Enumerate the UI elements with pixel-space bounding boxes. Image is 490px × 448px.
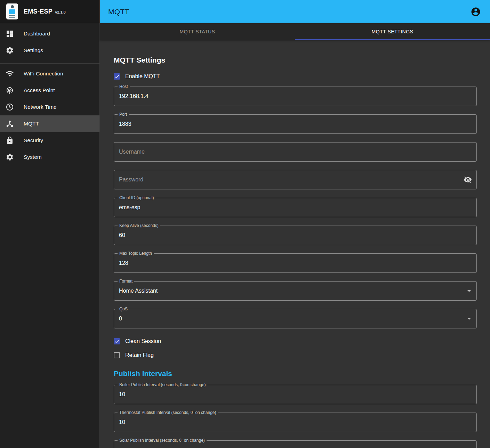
clean-session-checkbox[interactable] <box>114 338 120 344</box>
tab-bar: MQTT STATUS MQTT SETTINGS <box>100 23 490 40</box>
main-column: MQTT MQTT STATUS MQTT SETTINGS MQTT Sett… <box>100 0 490 448</box>
host-input[interactable] <box>114 87 476 106</box>
sidebar-item-label: Access Point <box>24 87 55 93</box>
sidebar-item-security[interactable]: Security <box>0 132 99 149</box>
format-select-label: Format <box>118 279 134 284</box>
retain-flag-label[interactable]: Retain Flag <box>125 352 154 358</box>
format-select[interactable]: Format Home Assistant <box>114 281 477 301</box>
app-root: EMS-ESP v2.1.0 Dashboard Settings <box>0 0 490 448</box>
account-circle-icon[interactable] <box>471 7 481 17</box>
mqtt-settings-panel: MQTT Settings Enable MQTT Host Port <box>100 40 490 448</box>
clock-icon <box>6 103 14 111</box>
logo-lines <box>9 15 15 18</box>
host-field-label: Host <box>118 84 130 89</box>
qos-select-label: QoS <box>118 307 129 311</box>
max-topic-length-field-label: Max Topic Length <box>118 251 154 256</box>
tab-mqtt-status[interactable]: MQTT STATUS <box>100 23 295 40</box>
sidebar-item-label: Security <box>24 137 43 144</box>
boiler-publish-interval-field: Boiler Publish Interval (seconds, 0=on c… <box>114 385 477 404</box>
gear-icon <box>6 46 14 55</box>
gear-icon <box>6 153 14 161</box>
port-field: Port <box>114 114 477 134</box>
client-id-input[interactable] <box>114 198 476 217</box>
solar-publish-interval-field: Solar Publish Interval (seconds, 0=on ch… <box>114 440 477 448</box>
chevron-down-icon <box>467 290 471 292</box>
username-input[interactable] <box>114 142 476 161</box>
max-topic-length-input[interactable] <box>114 254 476 272</box>
keep-alive-input[interactable] <box>114 226 476 245</box>
port-field-label: Port <box>118 112 129 117</box>
clean-session-row: Clean Session <box>114 337 477 346</box>
sidebar-item-label: MQTT <box>24 121 39 127</box>
boiler-publish-interval-input[interactable] <box>114 385 476 404</box>
sidebar-item-label: Settings <box>24 47 43 54</box>
sidebar-item-settings[interactable]: Settings <box>0 42 99 59</box>
keep-alive-field-label: Keep Alive (seconds) <box>118 223 160 228</box>
solar-publish-interval-label: Solar Publish Interval (seconds, 0=on ch… <box>118 438 207 443</box>
wifi-icon <box>6 70 14 78</box>
thermostat-publish-interval-field: Thermostat Publish Interval (seconds, 0=… <box>114 413 477 432</box>
sidebar-header: EMS-ESP v2.1.0 <box>0 0 99 23</box>
sidebar-item-label: WiFi Connection <box>24 71 63 77</box>
qos-select[interactable]: QoS 0 <box>114 309 477 328</box>
logo-cap <box>11 5 14 8</box>
keep-alive-field: Keep Alive (seconds) <box>114 226 477 245</box>
qos-select-value: 0 <box>114 316 467 322</box>
sidebar-nav: Dashboard Settings WiFi Connection Acc <box>0 23 99 165</box>
port-input[interactable] <box>114 115 476 133</box>
sidebar-item-access-point[interactable]: Access Point <box>0 82 99 99</box>
sidebar-item-dashboard[interactable]: Dashboard <box>0 25 99 42</box>
thermostat-publish-interval-label: Thermostat Publish Interval (seconds, 0=… <box>118 410 218 415</box>
client-id-field-label: Client ID (optional) <box>118 195 155 200</box>
password-input[interactable] <box>114 170 464 189</box>
client-id-field: Client ID (optional) <box>114 198 477 217</box>
max-topic-length-field: Max Topic Length <box>114 253 477 273</box>
enable-mqtt-checkbox[interactable] <box>114 73 120 80</box>
boiler-publish-interval-label: Boiler Publish Interval (seconds, 0=on c… <box>118 382 207 387</box>
app-title: EMS-ESP v2.1.0 <box>24 8 66 15</box>
app-name: EMS-ESP <box>24 8 53 15</box>
logo-screen <box>9 9 15 14</box>
ems-device-logo <box>6 3 18 19</box>
device-hub-icon <box>6 120 14 128</box>
tab-mqtt-settings[interactable]: MQTT SETTINGS <box>295 23 490 40</box>
format-select-value: Home Assistant <box>114 288 467 294</box>
retain-flag-checkbox[interactable] <box>114 352 120 358</box>
sidebar-item-system[interactable]: System <box>0 149 99 165</box>
visibility-off-icon[interactable] <box>464 176 472 184</box>
sidebar-item-label: Network Time <box>24 104 57 110</box>
sidebar: EMS-ESP v2.1.0 Dashboard Settings <box>0 0 100 448</box>
dashboard-icon <box>6 30 14 38</box>
sidebar-item-label: Dashboard <box>24 31 50 37</box>
sidebar-item-network-time[interactable]: Network Time <box>0 99 99 115</box>
sidebar-item-label: System <box>24 154 42 160</box>
username-field <box>114 142 477 162</box>
retain-flag-row: Retain Flag <box>114 351 477 360</box>
thermostat-publish-interval-input[interactable] <box>114 413 476 432</box>
clean-session-label[interactable]: Clean Session <box>125 338 161 344</box>
sidebar-item-wifi-connection[interactable]: WiFi Connection <box>0 65 99 82</box>
publish-intervals-title: Publish Intervals <box>114 369 477 378</box>
page-title: MQTT <box>108 8 129 16</box>
password-field <box>114 170 477 189</box>
enable-mqtt-row: Enable MQTT <box>114 72 477 81</box>
sidebar-divider <box>0 63 99 64</box>
sidebar-item-mqtt[interactable]: MQTT <box>0 115 99 132</box>
chevron-down-icon <box>467 318 471 320</box>
app-version: v2.1.0 <box>55 10 66 14</box>
access-point-icon <box>6 86 14 95</box>
lock-icon <box>6 136 14 145</box>
appbar: MQTT <box>100 0 490 23</box>
enable-mqtt-label[interactable]: Enable MQTT <box>125 73 160 80</box>
host-field: Host <box>114 87 477 106</box>
form-title: MQTT Settings <box>114 56 477 64</box>
